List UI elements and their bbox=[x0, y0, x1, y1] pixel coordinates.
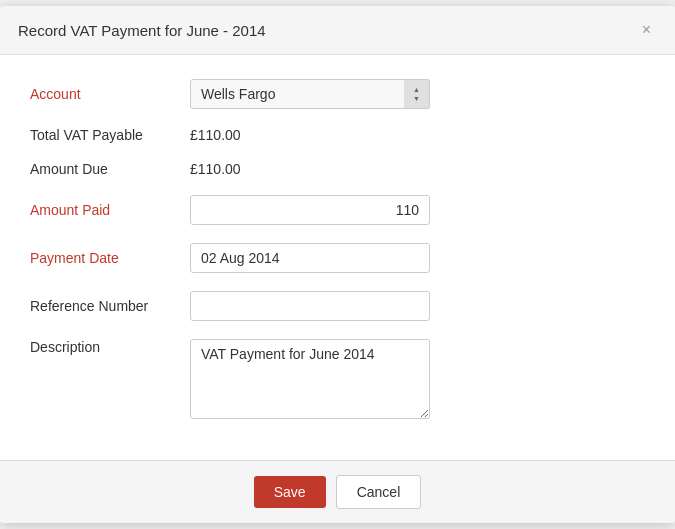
amount-due-label: Amount Due bbox=[30, 161, 190, 177]
dialog-footer: Save Cancel bbox=[0, 460, 675, 523]
save-button[interactable]: Save bbox=[254, 476, 326, 508]
close-button[interactable]: × bbox=[636, 20, 657, 40]
reference-label: Reference Number bbox=[30, 298, 190, 314]
description-field: VAT Payment for June 2014 bbox=[190, 339, 645, 422]
cancel-button[interactable]: Cancel bbox=[336, 475, 422, 509]
payment-date-field bbox=[190, 243, 645, 273]
reference-row: Reference Number bbox=[30, 291, 645, 321]
record-vat-payment-dialog: Record VAT Payment for June - 2014 × Acc… bbox=[0, 6, 675, 523]
account-row: Account Wells Fargo Other Account bbox=[30, 79, 645, 109]
account-field: Wells Fargo Other Account bbox=[190, 79, 645, 109]
total-vat-value: £110.00 bbox=[190, 127, 241, 143]
amount-paid-input[interactable] bbox=[190, 195, 430, 225]
total-vat-value-field: £110.00 bbox=[190, 127, 645, 143]
amount-paid-row: Amount Paid bbox=[30, 195, 645, 225]
amount-due-value: £110.00 bbox=[190, 161, 241, 177]
dialog-body: Account Wells Fargo Other Account Total … bbox=[0, 55, 675, 460]
dialog-title: Record VAT Payment for June - 2014 bbox=[18, 22, 266, 39]
description-textarea[interactable]: VAT Payment for June 2014 bbox=[190, 339, 430, 419]
payment-date-row: Payment Date bbox=[30, 243, 645, 273]
account-select-wrapper: Wells Fargo Other Account bbox=[190, 79, 430, 109]
account-label: Account bbox=[30, 86, 190, 102]
description-label: Description bbox=[30, 339, 190, 355]
total-vat-row: Total VAT Payable £110.00 bbox=[30, 127, 645, 143]
amount-paid-field bbox=[190, 195, 645, 225]
reference-field bbox=[190, 291, 645, 321]
dialog-header: Record VAT Payment for June - 2014 × bbox=[0, 6, 675, 55]
amount-paid-label: Amount Paid bbox=[30, 202, 190, 218]
amount-due-value-field: £110.00 bbox=[190, 161, 645, 177]
amount-due-row: Amount Due £110.00 bbox=[30, 161, 645, 177]
description-row: Description VAT Payment for June 2014 bbox=[30, 339, 645, 422]
payment-date-label: Payment Date bbox=[30, 250, 190, 266]
account-select[interactable]: Wells Fargo Other Account bbox=[190, 79, 430, 109]
total-vat-label: Total VAT Payable bbox=[30, 127, 190, 143]
payment-date-input[interactable] bbox=[190, 243, 430, 273]
reference-input[interactable] bbox=[190, 291, 430, 321]
